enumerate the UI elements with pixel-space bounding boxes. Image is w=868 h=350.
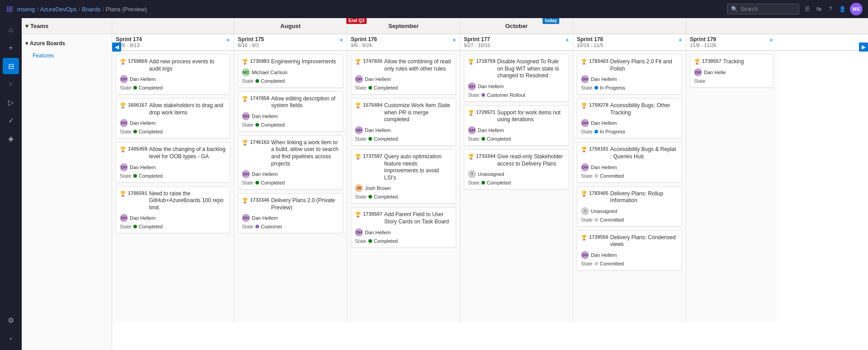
- sprint-176-add[interactable]: +: [453, 36, 456, 43]
- card-1783403[interactable]: 🏆 1783403 Delivery Plans 2.0 Fit and Pol…: [577, 54, 682, 95]
- avatar-dh: DH: [242, 112, 250, 120]
- teams-collapse-icon[interactable]: ▾: [25, 23, 28, 29]
- card-1747858[interactable]: 🏆 1747858 Allow editing description of s…: [238, 91, 343, 132]
- card-1735983[interactable]: 🏆 1735983 Engineering Improvements MC Mi…: [238, 54, 343, 88]
- trophy-icon: 🏆: [355, 212, 361, 218]
- nav-arrow-left[interactable]: ◀: [112, 43, 121, 52]
- state-dot: [481, 181, 485, 184]
- sprint-178-header: Sprint 178 10/18 - 11/5 +: [573, 34, 686, 50]
- state-dot: [255, 225, 259, 228]
- sprint-174-add[interactable]: +: [226, 36, 230, 43]
- sidebar-boards-icon[interactable]: ⊟: [3, 58, 19, 74]
- today-badge: today: [542, 18, 559, 24]
- trophy-icon: 🏆: [581, 191, 587, 197]
- sidebar-test-icon[interactable]: ✓: [3, 112, 19, 128]
- sidebar-settings-icon[interactable]: ⚙: [3, 312, 19, 328]
- card-1746162[interactable]: 🏆 1746162 When linking a work item to a …: [238, 135, 343, 189]
- avatar-dh: DH: [581, 75, 589, 83]
- state-dot: [133, 225, 137, 228]
- trophy-icon: 🏆: [120, 59, 126, 65]
- end-q3-badge: End Q3: [346, 18, 367, 24]
- avatar-un: ?: [581, 207, 589, 215]
- trophy-icon: 🏆: [355, 154, 361, 160]
- sidebar: ⌂ + ⊟ ⑂ ▷ ✓ ◈ ⚙ «: [0, 18, 22, 350]
- sprint-175-header: Sprint 175 8/16 - 9/3 +: [234, 34, 347, 50]
- sprints-row: Sprint 174 7/26 - 8/13 + Sprint 175 8/16…: [112, 34, 868, 51]
- card-1737597[interactable]: 🏆 1737597 Query auto optimization featur…: [351, 149, 456, 203]
- card-1718759[interactable]: 🏆 1718759 Disable Assigned To Rule on Bu…: [464, 54, 569, 102]
- search-box[interactable]: 🔍 Search: [727, 4, 799, 14]
- sprint-175-col: 🏆 1735983 Engineering Improvements MC Mi…: [234, 51, 347, 322]
- help-icon[interactable]: ?: [826, 5, 835, 13]
- nav-arrow-right[interactable]: ▶: [859, 43, 868, 52]
- breadcrumb: mseng / AzureDevOps / Boards / Plans (Pr…: [17, 6, 147, 13]
- card-1759181[interactable]: 🏆 1759181 Accessibility Bugs & Replat : …: [577, 142, 682, 182]
- trophy-icon: 🏆: [120, 103, 126, 109]
- main-content: ▾ Teams ▾ Azure Boards Features ◀ ▶: [22, 18, 868, 350]
- sprint-176-header: Sprint 176 9/6 - 9/24 +: [347, 34, 460, 50]
- avatar-dh: DH: [355, 126, 363, 134]
- sprint-179-col: 🏆 1739557 Tracking DH Dan Helle State: [686, 51, 777, 322]
- sprint-175-add[interactable]: +: [340, 36, 343, 43]
- state-dot: [368, 239, 372, 243]
- card-1759278[interactable]: 🏆 1759278 Accessibility Bugs: Other Trac…: [577, 98, 682, 138]
- month-september: September End Q3: [347, 18, 460, 33]
- app-logo[interactable]: ⊞: [5, 5, 14, 13]
- card-1706591[interactable]: 🏆 1706591 Need to raise the GitHub+Azure…: [116, 186, 230, 234]
- card-1733344[interactable]: 🏆 1733344 Give read-only Stakeholder acc…: [464, 149, 569, 189]
- state-dot: [594, 86, 598, 90]
- card-1730507[interactable]: 🏆 1730507 Add Parent Field to User Story…: [351, 207, 456, 247]
- teams-group-header: ▾ Azure Boards: [22, 36, 112, 51]
- state-dot: [594, 262, 598, 265]
- trophy-icon: 🏆: [468, 154, 474, 160]
- state-dot: [255, 181, 259, 184]
- breadcrumb-mseng[interactable]: mseng: [17, 6, 35, 13]
- card-1606167[interactable]: 🏆 1606167 Allow stakeholders to drag and…: [116, 98, 230, 138]
- sidebar-home-icon[interactable]: ⌂: [3, 22, 19, 38]
- sprint-179-add[interactable]: +: [769, 36, 773, 43]
- avatar-dh: DH: [120, 163, 128, 171]
- card-1759859[interactable]: 🏆 1759859 Add new process events to audi…: [116, 54, 230, 95]
- sidebar-repos-icon[interactable]: ⑂: [3, 76, 19, 92]
- card-1575494[interactable]: 🏆 1575494 Customize Work Item State when…: [351, 98, 456, 146]
- card-1739556[interactable]: 🏆 1739556 Delivery Plans: Condensed view…: [577, 230, 682, 270]
- timeline-wrapper: ◀ ▶ August September End Q3: [112, 18, 868, 350]
- sprint-177-add[interactable]: +: [566, 36, 569, 43]
- card-1733346[interactable]: 🏆 1733346 Delivery Plans 2.0 (Private Pr…: [238, 193, 343, 233]
- breadcrumb-boards[interactable]: Boards: [82, 6, 100, 13]
- profile-icon[interactable]: 👤: [838, 5, 846, 13]
- months-row: August September End Q3 today October: [112, 18, 868, 34]
- card-1729571[interactable]: 🏆 1729571 Support for work items not usi…: [464, 105, 569, 146]
- avatar-un: ?: [468, 170, 476, 178]
- breadcrumb-azuredevops[interactable]: AzureDevOps: [40, 6, 77, 13]
- trophy-icon: 🏆: [120, 147, 126, 152]
- trophy-icon: 🏆: [242, 198, 248, 203]
- card-1783405[interactable]: 🏆 1783405 Delivery Plans: Rollup Informa…: [577, 186, 682, 227]
- avatar[interactable]: MS: [850, 3, 863, 15]
- sprint-178-col: 🏆 1783403 Delivery Plans 2.0 Fit and Pol…: [573, 51, 686, 322]
- sidebar-artifacts-icon[interactable]: ◈: [3, 130, 19, 147]
- sidebar-collapse-icon[interactable]: «: [3, 330, 19, 346]
- sidebar-plus-icon[interactable]: +: [3, 40, 19, 56]
- card-1747935[interactable]: 🏆 1747935 Allow the combining of read on…: [351, 54, 456, 95]
- state-dot: [481, 137, 485, 141]
- topbar: ⊞ mseng / AzureDevOps / Boards / Plans (…: [0, 0, 868, 18]
- card-1739557[interactable]: 🏆 1739557 Tracking DH Dan Helle State: [690, 54, 773, 88]
- card-1405459[interactable]: 🏆 1405459 Allow the changing of a backlo…: [116, 142, 230, 182]
- trophy-icon: 🏆: [581, 103, 587, 109]
- month-august: August: [234, 18, 347, 33]
- state-dot: [133, 174, 137, 178]
- list-icon[interactable]: ☰: [803, 5, 811, 13]
- sprint-174-col: 🏆 1759859 Add new process events to audi…: [112, 51, 234, 322]
- avatar-dh: DH: [120, 75, 128, 83]
- archive-icon[interactable]: 🛍: [815, 5, 823, 13]
- teams-panel-title: Teams: [30, 23, 48, 29]
- sprint-178-add[interactable]: +: [679, 36, 682, 43]
- state-dot: [368, 137, 372, 141]
- teams-item-features[interactable]: Features: [22, 51, 112, 61]
- teams-group-collapse-icon[interactable]: ▾: [25, 40, 28, 47]
- avatar-dh: DH: [120, 119, 128, 127]
- sidebar-pipelines-icon[interactable]: ▷: [3, 94, 19, 110]
- trophy-icon: 🏆: [468, 59, 474, 65]
- trophy-icon: 🏆: [355, 103, 361, 109]
